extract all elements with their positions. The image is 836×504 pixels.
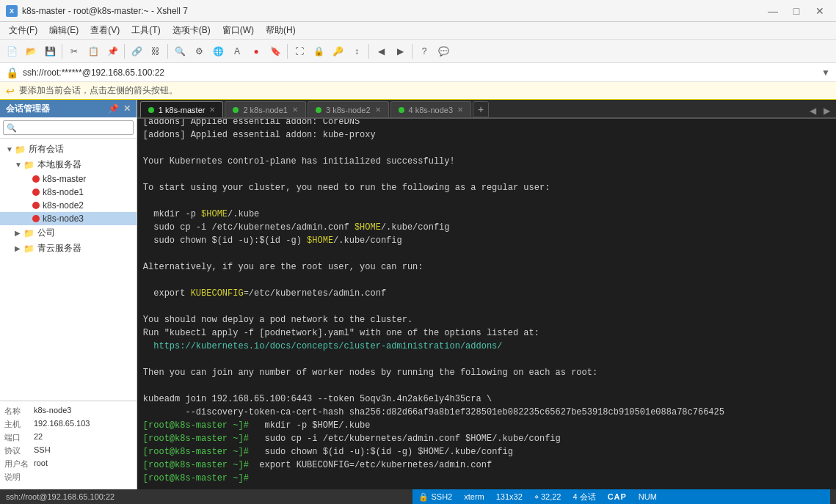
sidebar-header: 会话管理器 📌 ✕ [0, 100, 137, 117]
tab-k8s-master[interactable]: 1 k8s-master ✕ [140, 101, 224, 117]
menu-tabs[interactable]: 选项卡(B) [167, 22, 217, 39]
address-text: ssh://root:******@192.168.65.100:22 [23, 67, 817, 78]
title-bar: X k8s-master - root@k8s-master:~ - Xshel… [0, 0, 836, 22]
tab-k8s-node1[interactable]: 2 k8s-node1 ✕ [225, 101, 306, 117]
tb-paste[interactable]: 📌 [103, 43, 121, 60]
footer-address: ssh://root@192.168.65.100:22 [6, 492, 412, 501]
ssh-protocol: SSH2 [432, 492, 453, 501]
props-label-protocol: 协议 [4, 445, 34, 456]
menu-file[interactable]: 文件(F) [3, 22, 43, 39]
status-cap: CAP [608, 492, 627, 501]
tb-key[interactable]: 🔑 [329, 43, 346, 60]
terminal-area: 1 k8s-master ✕ 2 k8s-node1 ✕ 3 k8s-node2… [137, 100, 836, 489]
tree-item-k8s-node1[interactable]: k8s-node1 [0, 186, 137, 199]
tree-item-company[interactable]: ▶ 📁 公司 [0, 225, 137, 241]
status-num: NUM [639, 492, 657, 501]
tabs-bar: 1 k8s-master ✕ 2 k8s-node1 ✕ 3 k8s-node2… [137, 100, 836, 119]
tree-item-k8s-node2[interactable]: k8s-node2 [0, 199, 137, 212]
tab-close-k8s-node3[interactable]: ✕ [457, 106, 463, 114]
menu-tools[interactable]: 工具(T) [126, 22, 166, 39]
props-label-username: 用户名 [4, 459, 34, 470]
status-dot-k8s-node1 [32, 189, 40, 196]
tb-transfer[interactable]: ↕ [348, 43, 366, 60]
minimize-button[interactable]: — [763, 3, 783, 19]
sidebar-search [0, 117, 137, 139]
tb-settings[interactable]: ⚙ [190, 43, 208, 60]
folder-icon-qingyun: 📁 [23, 244, 34, 254]
tabs-scroll-right-icon[interactable]: ▶ [821, 104, 833, 117]
tb-bookmark[interactable]: 🔖 [266, 43, 284, 60]
tb-chat[interactable]: 💬 [435, 43, 452, 60]
tb-arrow-left[interactable]: ◀ [372, 43, 390, 60]
tb-font[interactable]: A [228, 43, 246, 60]
tabs-arrows: ◀ ▶ [807, 104, 833, 117]
tb-open[interactable]: 📂 [22, 43, 40, 60]
tab-k8s-node2[interactable]: 3 k8s-node2 ✕ [308, 101, 389, 117]
tb-arrow-right[interactable]: ▶ [391, 43, 409, 60]
maximize-button[interactable]: □ [786, 3, 807, 19]
menu-view[interactable]: 查看(V) [84, 22, 126, 39]
tb-color[interactable]: ● [247, 43, 265, 60]
tab-k8s-node3[interactable]: 4 k8s-node3 ✕ [390, 101, 472, 117]
tab-dot-k8s-node1 [233, 107, 239, 113]
tree-item-k8s-node3[interactable]: k8s-node3 [0, 212, 137, 225]
tab-dot-k8s-node2 [316, 107, 321, 113]
tb-help[interactable]: ? [415, 43, 433, 60]
menu-edit[interactable]: 编辑(E) [43, 22, 84, 39]
search-input[interactable] [3, 120, 134, 135]
tree-arrow-all: ▼ [6, 145, 13, 153]
ssh-icon: 🔒 [418, 492, 429, 502]
tree-item-local[interactable]: ▼ 📁 本地服务器 [0, 157, 137, 172]
tab-label-k8s-node2: 3 k8s-node2 [326, 106, 371, 114]
tab-close-k8s-node2[interactable]: ✕ [375, 106, 381, 114]
menu-help[interactable]: 帮助(H) [260, 22, 302, 39]
tab-close-k8s-master[interactable]: ✕ [209, 106, 215, 114]
tb-cut[interactable]: ✂ [65, 43, 83, 60]
folder-icon-local: 📁 [23, 160, 34, 170]
tabs-scroll-left-icon[interactable]: ◀ [807, 104, 819, 117]
status-position: ⌖ 32,22 [534, 492, 561, 502]
tb-lock[interactable]: 🔒 [310, 43, 327, 60]
tree-item-qingyun[interactable]: ▶ 📁 青云服务器 [0, 241, 137, 256]
add-tab-button[interactable]: + [473, 101, 489, 117]
tab-label-k8s-master: 1 k8s-master [159, 106, 206, 114]
menu-window[interactable]: 窗口(W) [217, 22, 260, 39]
status-dot-k8s-master [32, 175, 40, 183]
sidebar-title: 会话管理器 [6, 103, 50, 115]
close-button[interactable]: ✕ [810, 3, 830, 19]
tb-fullscreen[interactable]: ⛶ [291, 43, 308, 60]
sidebar-close-icon[interactable]: ✕ [123, 103, 131, 114]
props-label-port: 端口 [4, 432, 34, 443]
status-dot-k8s-node2 [32, 202, 40, 209]
tree-arrow-company: ▶ [15, 229, 22, 237]
tb-connect[interactable]: 🔗 [128, 43, 145, 60]
tb-disconnect[interactable]: ⛓ [147, 43, 164, 60]
tree-item-all[interactable]: ▼ 📁 所有会话 [0, 142, 137, 157]
lock-icon: 🔒 [6, 67, 18, 78]
tree-label-all: 所有会话 [29, 143, 64, 156]
terminal-content[interactable]: [bootstrap-token] configured RBAC rules … [137, 119, 836, 489]
tab-close-k8s-node1[interactable]: ✕ [292, 106, 298, 114]
cursor-icon: ⌖ [534, 492, 539, 501]
window-controls: — □ ✕ [763, 3, 830, 19]
tree-arrow-qingyun: ▶ [15, 244, 22, 252]
tb-search[interactable]: 🔍 [171, 43, 189, 60]
props-value-protocol: SSH [34, 445, 51, 456]
props-value-name: k8s-node3 [34, 406, 71, 417]
tb-copy[interactable]: 📋 [84, 43, 102, 60]
props-label-host: 主机 [4, 419, 34, 430]
tb-globe[interactable]: 🌐 [209, 43, 227, 60]
address-expand-icon[interactable]: ▼ [821, 67, 830, 78]
status-bar: 🔒 SSH2 xterm 131x32 ⌖ 32,22 4 会话 CAP NUM [412, 489, 831, 504]
tab-label-k8s-node1: 2 k8s-node1 [243, 106, 288, 114]
sidebar: 会话管理器 📌 ✕ ▼ 📁 所有会话 ▼ 📁 本地服务器 [0, 100, 137, 489]
props-row-port: 端口 22 [4, 432, 132, 443]
sidebar-pin-icon[interactable]: 📌 [108, 103, 119, 114]
properties-panel: 名称 k8s-node3 主机 192.168.65.103 端口 22 协议 … [0, 401, 137, 489]
tree-label-k8s-node2: k8s-node2 [43, 200, 84, 211]
tree-item-k8s-master[interactable]: k8s-master [0, 172, 137, 186]
tb-save[interactable]: 💾 [41, 43, 59, 60]
tree-label-k8s-node3: k8s-node3 [43, 213, 84, 224]
tb-new[interactable]: 📄 [3, 43, 21, 60]
status-encoding: xterm [464, 492, 484, 501]
